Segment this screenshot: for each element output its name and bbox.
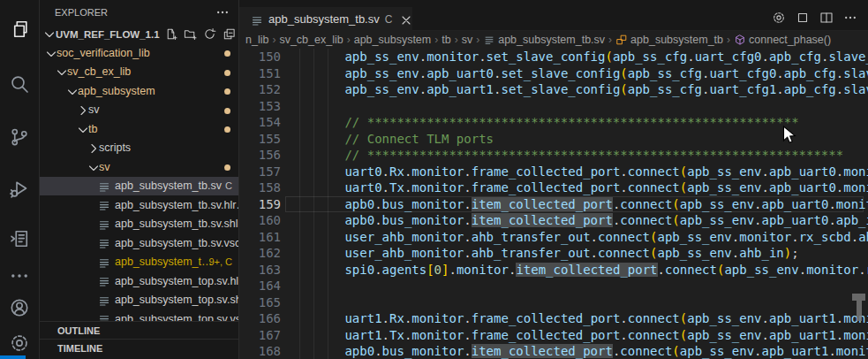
close-icon[interactable] (399, 13, 413, 27)
new-file-button[interactable] (164, 27, 177, 41)
refresh-button[interactable] (203, 27, 216, 41)
explorer-section-header[interactable]: UVM_REF_FLOW_1.1 (40, 25, 238, 43)
file-lines-icon (97, 256, 111, 270)
breadcrumb-item[interactable]: sv (462, 34, 473, 46)
line-number-gutter: 1501511521531541551561571581591601611621… (239, 49, 281, 359)
explorer-file-row[interactable]: apb_subsystem_tb.sv.hlr… (40, 195, 238, 215)
activitybar-item-references-view[interactable] (0, 220, 39, 257)
sidebar-explorer: EXPLORER UVM_REF_FLOW_1.1 soc_verificati… (40, 0, 239, 359)
line-number[interactable]: 153 (239, 98, 281, 115)
explorer-folder-row[interactable]: scripts (40, 139, 238, 158)
explorer-file-row[interactable]: apb_subsystem_t…9+, C (40, 253, 238, 272)
line-number[interactable]: 154 (239, 114, 281, 131)
code-line[interactable]: apb0.bus_monitor.item_collected_port.con… (285, 343, 868, 359)
activitybar-item-settings[interactable] (0, 325, 39, 359)
line-number[interactable]: 166 (239, 310, 281, 327)
line-number[interactable]: 161 (239, 229, 281, 246)
line-number[interactable]: 165 (239, 294, 281, 311)
explorer-folder-row[interactable]: sv (40, 101, 238, 120)
line-number[interactable]: 164 (239, 278, 281, 294)
explorer-file-row[interactable]: apb_subsystem_top.sv.hl… (40, 271, 238, 291)
explorer-folder-row[interactable]: tb (40, 119, 238, 139)
explorer-folder-row[interactable]: soc_verification_lib (40, 43, 238, 63)
tree-item-label: apb_subsystem_tb.sv (115, 180, 222, 192)
line-number[interactable]: 168 (239, 343, 281, 359)
outline-panel-header[interactable]: OUTLINE (40, 321, 238, 339)
explorer-file-row[interactable]: apb_subsystem_tb.sv.shlr… (40, 215, 238, 234)
scrollbar-marker[interactable] (852, 294, 865, 301)
breadcrumb-item[interactable]: sv_cb_ex_lib (279, 34, 343, 46)
activitybar-item-run-debug[interactable] (0, 170, 39, 207)
line-number[interactable]: 152 (239, 81, 281, 98)
code-line[interactable]: apb_ss_env.apb_uart0.set_slave_config(ap… (285, 65, 868, 82)
breadcrumb-item[interactable]: connect_phase() (734, 34, 831, 47)
breadcrumb-item[interactable]: apb_subsystem (354, 34, 432, 46)
activitybar-item-source-control[interactable] (0, 118, 39, 156)
new-file-icon (164, 27, 177, 41)
code-line[interactable]: user_ahb_monitor.ahb_transfer_out.connec… (285, 229, 868, 246)
tree-item-label: sv (99, 161, 110, 173)
line-number[interactable]: 157 (239, 164, 281, 180)
collapse-all-button[interactable] (223, 27, 236, 41)
line-number[interactable]: 156 (239, 147, 281, 164)
close-icon[interactable] (399, 13, 411, 26)
line-number[interactable]: 158 (239, 180, 281, 196)
sidebar-more-actions-button[interactable] (215, 5, 230, 19)
code-line[interactable]: apb_ss_env.monitor.set_slave_config(apb_… (285, 49, 868, 65)
breadcrumb-item[interactable]: tb (442, 34, 450, 46)
debug-icon (9, 178, 30, 199)
code-line[interactable]: apb0.bus_monitor.item_collected_port.con… (285, 212, 868, 229)
activitybar-item-explorer[interactable] (0, 11, 39, 48)
code-line[interactable]: // *************************************… (285, 147, 868, 164)
files-icon (9, 19, 30, 40)
explorer-file-row[interactable]: apb_subsystem_top.sv.sh… (40, 291, 238, 310)
code-line[interactable]: apb_ss_env.apb_uart1.set_slave_config(ap… (285, 81, 868, 98)
line-number[interactable]: 163 (239, 262, 281, 279)
activitybar-item-search[interactable] (0, 65, 39, 103)
split-editor-button[interactable] (819, 9, 834, 25)
line-number[interactable]: 167 (239, 327, 281, 344)
code-line[interactable]: uart1.Rx.monitor.frame_collected_port.co… (285, 310, 868, 327)
symbol-method-icon (734, 34, 746, 46)
tree-item-badge: C (225, 180, 232, 191)
line-number[interactable]: 155 (239, 131, 281, 148)
line-number[interactable]: 159 (239, 196, 281, 213)
code-line[interactable]: // Connect TLM ports (285, 131, 868, 148)
explorer-file-row[interactable]: apb_subsystem_tb.sv.vsc… (40, 233, 238, 253)
code-line[interactable] (285, 294, 868, 311)
ellipsis-button[interactable] (843, 9, 857, 25)
explorer-folder-row[interactable]: sv (40, 157, 238, 177)
breadcrumb-item[interactable]: apb_subsystem_tb (615, 34, 723, 47)
explorer-folder-row[interactable]: sv_cb_ex_lib (40, 63, 238, 82)
code-editor[interactable]: 1501511521531541551561571581591601611621… (239, 49, 868, 359)
explorer-folder-row[interactable]: apb_subsystem (40, 81, 238, 101)
layout-square-button[interactable] (796, 9, 810, 25)
code-line[interactable]: uart1.Tx.monitor.frame_collected_port.co… (285, 327, 868, 344)
timeline-panel-header[interactable]: TIMELINE (40, 339, 238, 356)
line-number[interactable]: 162 (239, 245, 281, 262)
code-line[interactable] (285, 278, 868, 294)
explorer-file-row[interactable]: apb_subsystem_tb.svC (40, 177, 238, 196)
collapse-all-icon (223, 27, 236, 41)
line-number[interactable]: 151 (239, 65, 281, 82)
status-bar-fragment (0, 355, 26, 359)
explorer-toolbar (164, 27, 238, 41)
code-line[interactable]: uart0.Rx.monitor.frame_collected_port.co… (285, 164, 868, 180)
code-line[interactable]: uart0.Tx.monitor.frame_collected_port.co… (285, 180, 868, 196)
gear-button[interactable] (772, 9, 786, 25)
explorer-file-row[interactable]: apb_subsystem_top.sv.vs (40, 309, 238, 322)
code-line[interactable]: // *************************************… (285, 114, 868, 131)
code-line[interactable] (285, 98, 868, 115)
code-line[interactable]: apb0.bus_monitor.item_collected_port.con… (285, 196, 868, 213)
code-line[interactable]: spi0.agents[0].monitor.item_collected_po… (285, 262, 868, 279)
line-number[interactable]: 150 (239, 49, 281, 65)
activitybar-item-account[interactable] (0, 289, 39, 326)
new-folder-button[interactable] (184, 27, 197, 41)
breadcrumb-item[interactable]: n_lib (245, 34, 268, 46)
tab-apb-subsystem-tb[interactable]: apb_subsystem_tb.sv C (239, 7, 412, 31)
line-number[interactable]: 160 (239, 212, 281, 229)
new-folder-icon (184, 27, 197, 41)
scrollbar-marker[interactable] (857, 301, 862, 321)
code-line[interactable]: user_ahb_monitor.ahb_transfer_out.connec… (285, 245, 868, 262)
breadcrumb-item[interactable]: apb_subsystem_tb.sv (483, 34, 605, 47)
